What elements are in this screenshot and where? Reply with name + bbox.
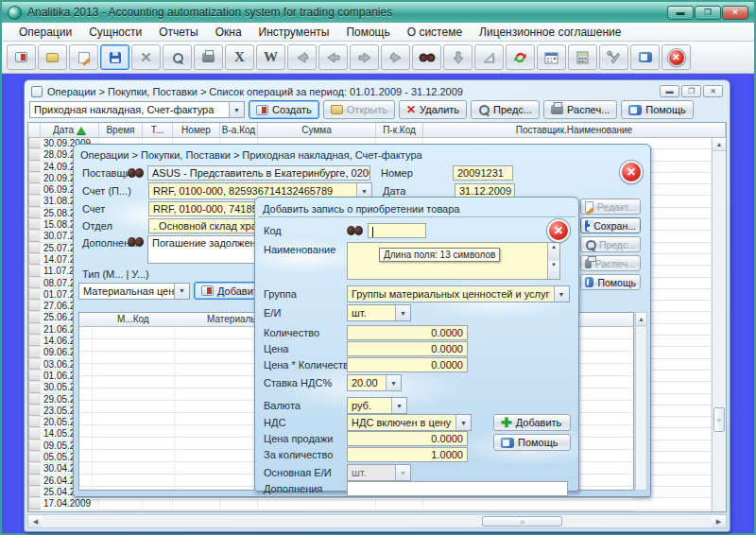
row-selector[interactable] <box>28 498 41 509</box>
base-unit-select[interactable]: шт. ▼ <box>347 464 411 481</box>
col-number[interactable]: Номер <box>173 123 220 137</box>
sale-price-field[interactable]: 0.0000 <box>347 431 468 446</box>
scroll-right-icon[interactable]: ▶ <box>712 515 726 527</box>
row-selector[interactable] <box>28 440 41 451</box>
down-button[interactable] <box>443 44 472 70</box>
row-selector[interactable] <box>28 510 41 512</box>
row-selector[interactable] <box>28 312 41 322</box>
row-selector[interactable] <box>28 219 41 230</box>
minimize-button[interactable]: ▬ <box>667 6 694 20</box>
dialog-add-button[interactable]: ✚ Добавить <box>493 414 571 431</box>
col-type[interactable]: Т... <box>143 123 173 137</box>
scroll-down-icon[interactable]: ▼ <box>548 261 559 279</box>
child-close-button[interactable]: ✕ <box>703 85 723 97</box>
menu-windows[interactable]: Окна <box>208 24 249 41</box>
row-selector[interactable] <box>28 428 41 439</box>
row-selector[interactable] <box>28 278 41 288</box>
preview-button[interactable] <box>163 44 192 70</box>
menu-operations[interactable]: Операции <box>11 24 79 41</box>
calculator-button[interactable] <box>568 44 597 70</box>
binoculars-icon[interactable] <box>128 237 144 248</box>
row-selector[interactable] <box>28 243 41 253</box>
row-selector[interactable] <box>28 254 41 265</box>
open-button[interactable] <box>38 44 67 70</box>
exit-button[interactable]: ✕ <box>662 44 691 70</box>
row-selector[interactable] <box>28 452 41 462</box>
maximize-button[interactable]: ❐ <box>695 6 721 20</box>
row-selector[interactable] <box>28 289 41 300</box>
dialog-additions-field[interactable] <box>347 481 568 496</box>
search-button[interactable] <box>412 44 441 70</box>
invoice-close-button[interactable]: ✕ <box>620 161 643 183</box>
create-button[interactable]: Создать <box>249 100 319 119</box>
col-supplier[interactable]: Поставщик.Наименование <box>423 123 726 137</box>
row-selector[interactable] <box>28 417 41 427</box>
undo-button[interactable] <box>287 44 317 70</box>
row-selector[interactable] <box>28 231 41 241</box>
row-selector[interactable] <box>28 173 41 183</box>
price-qty-field[interactable]: 0.0000 <box>347 357 468 372</box>
row-selector[interactable] <box>28 487 41 497</box>
child-maximize-button[interactable]: ❐ <box>681 85 701 97</box>
help-operation-button[interactable]: Помощь <box>621 100 694 119</box>
type-select[interactable]: Материальная ценность ▼ <box>78 283 190 300</box>
print-button[interactable] <box>194 44 223 70</box>
row-selector[interactable] <box>28 196 41 206</box>
menu-about[interactable]: О системе <box>400 24 470 41</box>
row-selector[interactable] <box>28 382 41 392</box>
vat-rate-select[interactable]: 20.00 ▼ <box>347 374 402 391</box>
child-minimize-button[interactable]: ▬ <box>660 85 679 97</box>
scrollbar-thumb[interactable]: ≡ <box>713 407 725 432</box>
help-button[interactable] <box>630 44 660 70</box>
row-selector[interactable] <box>28 359 41 370</box>
row-selector[interactable] <box>28 184 41 195</box>
code-field[interactable] <box>368 223 426 238</box>
vat-select[interactable]: НДС включен в цену ▼ <box>347 414 472 431</box>
col-pk-code[interactable]: П-к.Код <box>376 123 423 137</box>
item-row[interactable] <box>79 499 633 511</box>
col-va-code[interactable]: В-а.Код <box>220 123 258 137</box>
new-document-button[interactable] <box>7 44 36 70</box>
print-record-button[interactable]: Распеч... <box>580 255 641 271</box>
row-selector[interactable] <box>28 406 41 416</box>
word-export-button[interactable]: W <box>256 44 285 70</box>
preview-record-button[interactable]: Предс... <box>580 236 641 252</box>
dialog-close-button[interactable]: ✕ <box>547 219 570 242</box>
ruler-button[interactable] <box>474 44 504 70</box>
close-button[interactable]: ✕ <box>722 6 748 20</box>
delete-operation-button[interactable]: ✕Удалить <box>399 100 467 119</box>
row-selector[interactable] <box>28 475 41 486</box>
scroll-up-icon[interactable]: ▲ <box>548 243 559 261</box>
col-time[interactable]: Время <box>99 123 143 137</box>
row-selector[interactable] <box>28 162 41 172</box>
menu-license[interactable]: Лицензионное соглашение <box>472 24 628 41</box>
row-selector[interactable] <box>28 394 41 405</box>
scroll-left-icon[interactable]: ◀ <box>28 515 43 527</box>
row-selector[interactable] <box>28 463 41 474</box>
col-sum[interactable]: Сумма <box>258 123 376 137</box>
forward-button[interactable] <box>350 44 379 70</box>
scroll-up-icon[interactable]: ▲ <box>636 313 646 326</box>
refresh-button[interactable] <box>506 44 535 70</box>
preview-operation-button[interactable]: Предс... <box>471 100 540 119</box>
col-date[interactable]: Дата <box>41 123 99 137</box>
menu-entities[interactable]: Сущности <box>81 24 149 41</box>
open-operation-button[interactable]: Открыть <box>323 100 395 119</box>
menu-help[interactable]: Помощь <box>338 24 397 41</box>
delete-button[interactable]: ✕ <box>131 44 161 70</box>
per-qty-field[interactable]: 1.0000 <box>347 447 468 462</box>
binoculars-icon[interactable] <box>128 168 144 179</box>
items-scrollbar[interactable]: ▲ <box>635 312 647 491</box>
price-field[interactable]: 0.0000 <box>347 341 468 356</box>
redo-button[interactable] <box>381 44 410 70</box>
currency-select[interactable]: руб. ▼ <box>347 397 407 414</box>
group-select[interactable]: Группы материальных ценностей и услуг ▼ <box>347 285 570 302</box>
row-selector[interactable] <box>28 149 41 160</box>
supplier-field[interactable]: ASUS - Представитель в Екатеринбурге, 02… <box>147 165 370 181</box>
row-selector[interactable] <box>28 138 41 148</box>
row-selector[interactable] <box>28 301 41 311</box>
tools-button[interactable] <box>599 44 628 70</box>
unit-select[interactable]: шт. ▼ <box>347 304 411 321</box>
binoculars-icon[interactable] <box>347 226 363 236</box>
menu-reports[interactable]: Отчеты <box>151 24 205 41</box>
